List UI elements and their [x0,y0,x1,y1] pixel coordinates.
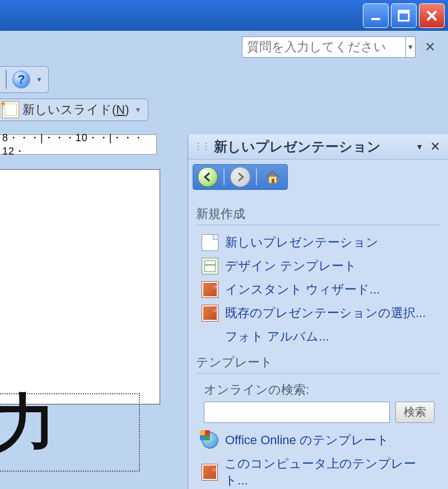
question-row: ▼ ✕ [242,36,439,58]
item-label: インスタント ウィザード... [225,281,380,298]
new-slide-label-prefix: 新しいスライド( [22,103,116,117]
close-button[interactable] [419,3,445,28]
minimize-button[interactable] [363,3,389,28]
wizard-icon [202,281,218,298]
svg-rect-2 [399,11,409,13]
computer-templates-icon [202,464,218,481]
grip-icon[interactable]: ⋮⋮ [194,141,209,152]
task-pane: ⋮⋮ 新しいプレゼンテーション ▼ ✕ 新規作成 新しいプレゼンテーション [188,134,448,489]
item-photo-album[interactable]: フォト アルバム... [196,325,440,348]
office-online-icon [202,432,218,449]
new-slide-label-key: N [116,103,125,117]
task-pane-header: ⋮⋮ 新しいプレゼンテーション ▼ ✕ [188,134,448,160]
help-icon[interactable]: ? [12,71,30,89]
nav-separator [223,169,225,185]
task-pane-close-icon[interactable]: ✕ [428,139,442,154]
presentation-icon [202,305,218,322]
slide-canvas[interactable]: 力 [0,169,160,404]
item-label: 既存のプレゼンテーションの選択... [225,305,426,322]
task-pane-dropdown-icon[interactable]: ▼ [416,142,423,151]
item-label: Office Online のテンプレート [225,432,389,449]
item-design-template[interactable]: デザイン テンプレート [196,254,440,278]
item-label: 新しいプレゼンテーション [225,234,379,251]
search-row: 検索 [196,402,440,429]
svg-rect-4 [272,179,274,183]
section-create: 新規作成 [196,206,440,225]
item-existing-presentation[interactable]: 既存のプレゼンテーションの選択... [196,301,440,325]
page-icon [202,234,218,251]
titlebar [0,0,448,31]
ruler: 8・・・|・・・10・・|・・・12・ [0,134,157,155]
item-on-computer[interactable]: このコンピュータ上のテンプレート... [196,452,440,489]
item-instant-wizard[interactable]: インスタント ウィザード... [196,278,440,301]
nav-forward-button [230,167,250,187]
search-input[interactable] [204,402,390,423]
new-slide-icon[interactable]: ✦ [2,101,19,118]
toolbar-separator [6,70,7,89]
task-pane-title: 新しいプレゼンテーション [214,138,411,156]
item-label: デザイン テンプレート [225,258,357,274]
placeholder-box[interactable]: 力 [0,393,140,472]
nav-home-button[interactable] [263,167,283,187]
new-slide-options-chevron[interactable]: ▼ [133,106,142,114]
question-input[interactable] [242,40,405,54]
new-slide-label-suffix: ) [125,103,129,117]
partial-text-glyph: 力 [0,381,56,465]
task-pane-nav [193,164,288,190]
toolbar-options-chevron[interactable]: ▼ [34,76,43,83]
task-pane-body: 新規作成 新しいプレゼンテーション デザイン テンプレート インスタント ウィザ… [188,194,448,489]
new-slide-label[interactable]: 新しいスライド(N) [22,101,129,118]
spacer-icon [202,328,218,345]
item-office-online[interactable]: Office Online のテンプレート [196,429,440,452]
question-close-icon[interactable]: ✕ [421,39,439,55]
layout-icon [202,258,218,274]
question-box[interactable]: ▼ [242,36,416,58]
question-dropdown[interactable]: ▼ [405,37,415,57]
maximize-button[interactable] [391,3,417,28]
item-label: このコンピュータ上のテンプレート... [225,455,435,489]
new-slide-toolbar: ✦ 新しいスライド(N) ▼ [0,99,148,121]
item-new-presentation[interactable]: 新しいプレゼンテーション [196,231,440,254]
svg-rect-0 [371,18,380,20]
nav-back-button[interactable] [198,167,218,187]
help-toolbar: ? ▼ [0,66,49,93]
nav-separator [256,169,257,185]
item-label: フォト アルバム... [225,328,329,345]
section-templates: テンプレート [196,354,440,374]
online-search-label: オンラインの検索: [196,379,440,402]
search-button[interactable]: 検索 [395,402,435,423]
